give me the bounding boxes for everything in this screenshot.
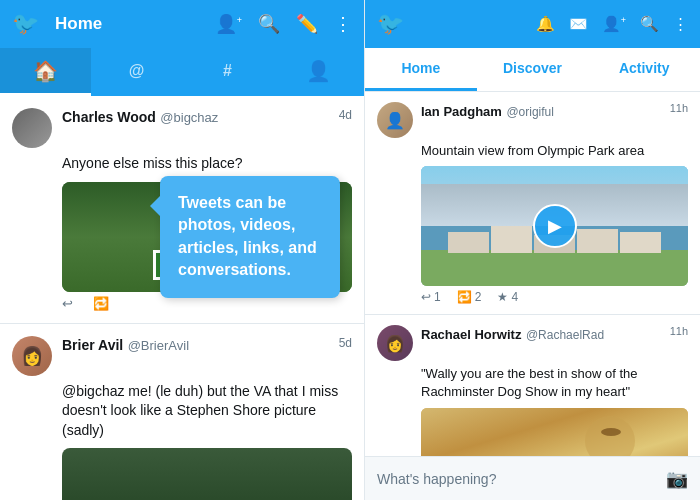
tweet-ian-handle: @origiful <box>506 105 554 119</box>
left-tweet-feed: 4d Charles Wood @bigchaz Anyone else mis… <box>0 96 364 500</box>
nav-profile[interactable]: 👤 <box>273 48 364 96</box>
tweet-rachael-text: "Wally you are the best in show of the R… <box>421 365 688 401</box>
right-tweet-feed: 👤 Ian Padgham @origiful 11h Mountain vie… <box>365 92 700 456</box>
tooltip-text: Tweets can be photos, videos, articles, … <box>178 194 317 278</box>
tweet-rachael-header: 👩 Rachael Horwitz @RachaelRad 11h <box>377 325 688 361</box>
more-button-right[interactable]: ⋮ <box>673 15 688 33</box>
tweet-charles-meta: 4d Charles Wood @bigchaz <box>62 108 352 126</box>
reply-button-ian[interactable]: ↩ 1 <box>421 290 441 304</box>
like-button-ian[interactable]: ★ 4 <box>497 290 518 304</box>
tweet-rachael-image <box>421 408 688 456</box>
more-button-left[interactable]: ⋮ <box>334 13 352 35</box>
tweet-rachael-handle: @RachaelRad <box>526 328 604 342</box>
tweet-charles-actions: ↩ 🔁 <box>62 296 352 311</box>
tweet-ian-text: Mountain view from Olympic Park area <box>421 142 688 160</box>
tweet-rachael-meta: Rachael Horwitz @RachaelRad <box>421 325 662 343</box>
search-button-right[interactable]: 🔍 <box>640 15 659 33</box>
tweet-brier-handle: @BrierAvil <box>128 338 189 353</box>
tweet-charles-author: Charles Wood <box>62 109 156 125</box>
retweet-button-charles[interactable]: 🔁 <box>93 296 109 311</box>
ground <box>421 250 688 286</box>
tweet-ian-header: 👤 Ian Padgham @origiful 11h <box>377 102 688 138</box>
compose-bar: What's happening? 📷 <box>365 456 700 500</box>
tweet-charles-text: Anyone else miss this place? <box>62 154 352 174</box>
tab-activity[interactable]: Activity <box>588 48 700 91</box>
mail-button[interactable]: ✉️ <box>569 15 588 33</box>
tweet-brier-author: Brier Avil <box>62 337 123 353</box>
avatar-charles <box>12 108 52 148</box>
tweet-brier-image: US CapitolThe House D Street NW. US Sena… <box>62 448 352 500</box>
twitter-logo-left: 🐦 <box>12 11 39 37</box>
nav-mentions[interactable]: @ <box>91 48 182 96</box>
dog-fur-texture <box>421 408 688 456</box>
tweet-brier-header: 👩 5d Brier Avil @BrierAvil <box>12 336 352 376</box>
avatar-rachael: 👩 <box>377 325 413 361</box>
add-user-button-left[interactable]: 👤+ <box>215 13 242 35</box>
dog-nose <box>601 428 621 436</box>
search-button-left[interactable]: 🔍 <box>258 13 280 35</box>
reply-button-charles[interactable]: ↩ <box>62 296 73 311</box>
tweet-ian-time: 11h <box>670 102 688 114</box>
compose-input[interactable]: What's happening? <box>377 471 658 487</box>
right-header: 🐦 🔔 ✉️ 👤+ 🔍 ⋮ <box>365 0 700 48</box>
tweet-rachael-time: 11h <box>670 325 688 337</box>
left-header-title: Home <box>55 14 199 34</box>
tweet-charles: 4d Charles Wood @bigchaz Anyone else mis… <box>0 96 364 324</box>
tweet-ian-actions: ↩ 1 🔁 2 ★ 4 <box>421 290 688 304</box>
left-nav: 🏠 @ # 👤 <box>0 48 364 96</box>
tweet-brier-meta: 5d Brier Avil @BrierAvil <box>62 336 352 354</box>
mountain-view-visual: ▶ <box>421 166 688 286</box>
left-header: 🐦 Home 👤+ 🔍 ✏️ ⋮ <box>0 0 364 48</box>
compose-button-left[interactable]: ✏️ <box>296 13 318 35</box>
nav-home[interactable]: 🏠 <box>0 48 91 96</box>
right-panel: 🐦 🔔 ✉️ 👤+ 🔍 ⋮ Home Discover Activity 👤 <box>365 0 700 500</box>
avatar-brier: 👩 <box>12 336 52 376</box>
tooltip-arrow <box>150 196 160 216</box>
play-button[interactable]: ▶ <box>533 204 577 248</box>
tweet-rachael-name: Rachael Horwitz <box>421 327 521 342</box>
tweet-ian-name: Ian Padgham <box>421 104 502 119</box>
tweet-ian: 👤 Ian Padgham @origiful 11h Mountain vie… <box>365 92 700 315</box>
tweet-rachael: 👩 Rachael Horwitz @RachaelRad 11h "Wally… <box>365 315 700 456</box>
tab-home[interactable]: Home <box>365 48 477 91</box>
bell-button[interactable]: 🔔 <box>536 15 555 33</box>
tab-discover[interactable]: Discover <box>477 48 589 91</box>
tweet-tooltip: Tweets can be photos, videos, articles, … <box>160 176 340 298</box>
tweet-brier-time: 5d <box>339 336 352 350</box>
add-user-button-right[interactable]: 👤+ <box>602 15 626 33</box>
avatar-ian: 👤 <box>377 102 413 138</box>
left-panel: 🐦 Home 👤+ 🔍 ✏️ ⋮ 🏠 @ # 👤 4d Charles Wood… <box>0 0 365 500</box>
nav-hashtag[interactable]: # <box>182 48 273 96</box>
twitter-logo-right: 🐦 <box>377 11 404 37</box>
camera-icon[interactable]: 📷 <box>666 468 688 490</box>
tweet-charles-header: 4d Charles Wood @bigchaz <box>12 108 352 148</box>
retweet-button-ian[interactable]: 🔁 2 <box>457 290 482 304</box>
tweet-charles-time: 4d <box>339 108 352 122</box>
right-tabs: Home Discover Activity <box>365 48 700 92</box>
tweet-brier: 👩 5d Brier Avil @BrierAvil @bigchaz me! … <box>0 324 364 500</box>
tweet-charles-handle: @bigchaz <box>160 110 218 125</box>
tweet-brier-text: @bigchaz me! (le duh) but the VA that I … <box>62 382 352 441</box>
tweet-ian-meta: Ian Padgham @origiful <box>421 102 662 120</box>
tweet-ian-image: ▶ <box>421 166 688 286</box>
